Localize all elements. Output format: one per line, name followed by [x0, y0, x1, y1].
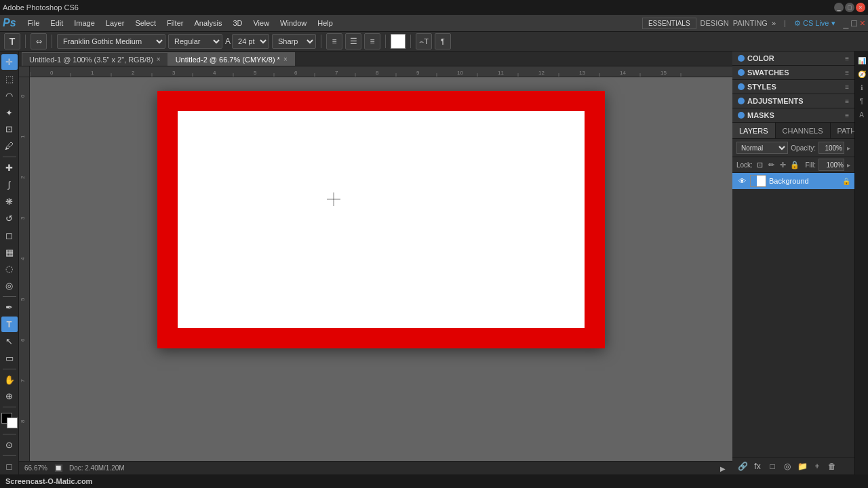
- window-minimize-icon[interactable]: _: [844, 18, 849, 28]
- menu-analysis[interactable]: Analysis: [189, 18, 226, 28]
- blur-tool[interactable]: ◌: [1, 261, 18, 277]
- adjustments-panel-collapse[interactable]: ≡: [845, 98, 849, 105]
- zoom-tool[interactable]: ⊕: [1, 388, 18, 404]
- document-viewport[interactable]: [30, 77, 732, 461]
- maximize-button[interactable]: □: [845, 3, 854, 12]
- text-orientation-button[interactable]: ⇔: [31, 33, 47, 49]
- brush-tool[interactable]: ∫: [1, 177, 18, 192]
- design-button[interactable]: DESIGN: [701, 19, 729, 27]
- character-icon[interactable]: A: [856, 108, 868, 121]
- type-tool[interactable]: T: [1, 317, 18, 332]
- align-left-button[interactable]: ≡: [326, 33, 342, 49]
- opacity-input[interactable]: [818, 142, 844, 154]
- path-select-tool[interactable]: ↖: [1, 333, 18, 349]
- lock-position-button[interactable]: ✛: [778, 159, 787, 170]
- shape-tool[interactable]: ▭: [1, 350, 18, 366]
- menu-file[interactable]: File: [23, 18, 45, 28]
- tab-layers[interactable]: LAYERS: [732, 123, 776, 138]
- new-layer-button[interactable]: +: [811, 460, 823, 472]
- crop-tool[interactable]: ⊡: [1, 122, 18, 138]
- lock-transparent-button[interactable]: ⊡: [755, 159, 764, 170]
- styles-panel-header[interactable]: STYLES ≡: [732, 80, 854, 94]
- eraser-tool[interactable]: ◻: [1, 228, 18, 243]
- new-group-button[interactable]: 📁: [796, 460, 808, 472]
- color-swatches[interactable]: [1, 413, 18, 428]
- character-panel-button[interactable]: ¶: [435, 33, 451, 49]
- paragraph-icon[interactable]: ¶: [856, 95, 868, 107]
- layer-background[interactable]: 👁 Background 🔒: [732, 173, 854, 189]
- type-tool-button[interactable]: T: [4, 33, 20, 49]
- histogram-icon[interactable]: 📊: [856, 54, 868, 66]
- tab-untitled-1[interactable]: Untitled-1 @ 100% (3.5" x 2", RGB/8) ×: [22, 52, 168, 66]
- essentials-button[interactable]: ESSENTIALS: [642, 18, 696, 29]
- window-close-icon[interactable]: ×: [860, 18, 865, 28]
- tab-untitled-2[interactable]: Untitled-2 @ 66.7% (CMYK/8) * ×: [168, 52, 295, 66]
- painting-button[interactable]: PAINTING: [733, 19, 768, 27]
- adjustments-panel-header[interactable]: ADJUSTMENTS ≡: [732, 94, 854, 108]
- lock-all-button[interactable]: 🔒: [790, 159, 800, 170]
- pen-tool[interactable]: ✒: [1, 300, 18, 315]
- move-tool[interactable]: ✛: [1, 54, 18, 70]
- opacity-stepper[interactable]: ▸: [847, 144, 850, 152]
- window-controls[interactable]: _ □ ×: [834, 3, 865, 12]
- masks-panel-collapse[interactable]: ≡: [845, 112, 849, 119]
- new-fill-layer-button[interactable]: ◎: [781, 460, 793, 472]
- history-brush-tool[interactable]: ↺: [1, 211, 18, 226]
- align-right-button[interactable]: ≡: [364, 33, 380, 49]
- more-workspaces-button[interactable]: »: [772, 19, 776, 27]
- menu-edit[interactable]: Edit: [45, 18, 68, 28]
- anti-alias-select[interactable]: Sharp: [272, 34, 316, 49]
- font-style-select[interactable]: Regular: [168, 34, 222, 49]
- menu-filter[interactable]: Filter: [162, 18, 188, 28]
- menu-image[interactable]: Image: [69, 18, 100, 28]
- navigator-icon[interactable]: 🧭: [856, 68, 868, 80]
- clone-stamp-tool[interactable]: ❋: [1, 194, 18, 209]
- menu-help[interactable]: Help: [313, 18, 338, 28]
- eyedropper-tool[interactable]: 🖊: [1, 138, 18, 154]
- delete-layer-button[interactable]: 🗑: [826, 460, 838, 472]
- lock-image-button[interactable]: ✏: [767, 159, 776, 170]
- lasso-tool[interactable]: ◠: [1, 88, 18, 104]
- rectangle-select-tool[interactable]: ⬚: [1, 71, 18, 87]
- menu-window[interactable]: Window: [275, 18, 311, 28]
- quick-mask-button[interactable]: ⊙: [1, 437, 18, 453]
- layer-style-button[interactable]: fx: [751, 460, 764, 472]
- tab-close-1[interactable]: ×: [157, 56, 161, 63]
- fill-stepper[interactable]: ▸: [847, 161, 850, 169]
- info-icon[interactable]: ℹ: [856, 81, 868, 94]
- tab-channels[interactable]: CHANNELS: [776, 123, 831, 138]
- font-family-select[interactable]: Franklin Gothic Medium: [57, 34, 165, 49]
- menu-select[interactable]: Select: [130, 18, 161, 28]
- warp-text-button[interactable]: ⌢T: [416, 33, 432, 49]
- layer-visibility-toggle[interactable]: 👁: [736, 176, 747, 186]
- add-mask-button[interactable]: □: [766, 460, 778, 472]
- blend-mode-select[interactable]: Normal: [736, 142, 788, 154]
- fill-input[interactable]: [818, 159, 844, 171]
- swatches-panel-collapse[interactable]: ≡: [845, 69, 849, 77]
- masks-panel-header[interactable]: MASKS ≡: [732, 108, 854, 122]
- color-panel-header[interactable]: COLOR ≡: [732, 52, 854, 65]
- menu-3d[interactable]: 3D: [228, 18, 247, 28]
- swatches-panel-header[interactable]: SWATCHES ≡: [732, 66, 854, 79]
- styles-panel-collapse[interactable]: ≡: [845, 83, 849, 91]
- dodge-tool[interactable]: ◎: [1, 278, 18, 293]
- menu-layer[interactable]: Layer: [101, 18, 130, 28]
- link-layers-button[interactable]: 🔗: [736, 460, 749, 472]
- scroll-right-button[interactable]: ▶: [720, 465, 727, 472]
- window-restore-icon[interactable]: □: [851, 18, 856, 28]
- menu-view[interactable]: View: [248, 18, 274, 28]
- screen-mode-button[interactable]: □: [1, 459, 18, 474]
- minimize-button[interactable]: _: [834, 3, 844, 12]
- background-color[interactable]: [7, 418, 18, 428]
- hand-tool[interactable]: ✋: [1, 372, 18, 388]
- spot-healing-tool[interactable]: ✚: [1, 160, 18, 176]
- color-panel-collapse[interactable]: ≡: [845, 55, 849, 62]
- font-size-select[interactable]: 24 pt: [232, 34, 269, 49]
- tab-close-2[interactable]: ×: [283, 56, 288, 63]
- text-color-swatch[interactable]: [391, 34, 406, 49]
- gradient-tool[interactable]: ▦: [1, 245, 18, 260]
- close-button[interactable]: ×: [856, 3, 865, 12]
- quick-select-tool[interactable]: ✦: [1, 105, 18, 121]
- align-center-button[interactable]: ☰: [345, 33, 361, 49]
- cs-live-button[interactable]: ⚙ CS Live ▾: [794, 19, 835, 28]
